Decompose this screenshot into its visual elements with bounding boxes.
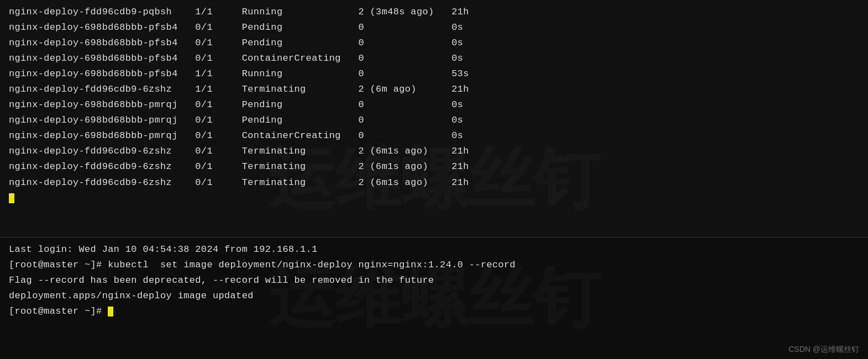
line-6: nginx-deploy-fdd96cdb9-6zshz 1/1 Termina… <box>9 82 859 97</box>
terminal-container: 运维螺丝钉 nginx-deploy-fdd96cdb9-pqbsh 1/1 R… <box>0 0 868 359</box>
line-8: nginx-deploy-698bd68bbb-pmrqj 0/1 Pendin… <box>9 113 859 128</box>
line-7: nginx-deploy-698bd68bbb-pmrqj 0/1 Pendin… <box>9 97 859 113</box>
line-1: nginx-deploy-fdd96cdb9-pqbsh 1/1 Running… <box>9 4 859 20</box>
image-updated: deployment.apps/nginx-deploy image updat… <box>9 288 859 304</box>
line-12: nginx-deploy-fdd96cdb9-6zshz 0/1 Termina… <box>9 175 859 191</box>
bottom-pane-content: Last login: Wed Jan 10 04:54:38 2024 fro… <box>9 242 859 319</box>
prompt-line: [root@master ~]# <box>9 304 859 319</box>
login-line: Last login: Wed Jan 10 04:54:38 2024 fro… <box>9 242 859 257</box>
cursor-line[interactable] <box>9 191 859 206</box>
line-11: nginx-deploy-fdd96cdb9-6zshz 0/1 Termina… <box>9 159 859 175</box>
bottom-pane[interactable]: 运维螺丝钉 Last login: Wed Jan 10 04:54:38 20… <box>0 237 868 359</box>
csdn-label: CSDN @运维螺丝钉 <box>788 345 859 355</box>
top-pane: 运维螺丝钉 nginx-deploy-fdd96cdb9-pqbsh 1/1 R… <box>0 0 868 237</box>
top-pane-content: nginx-deploy-fdd96cdb9-pqbsh 1/1 Running… <box>9 4 859 206</box>
command-line: [root@master ~]# kubectl set image deplo… <box>9 257 859 273</box>
line-10: nginx-deploy-fdd96cdb9-6zshz 0/1 Termina… <box>9 144 859 159</box>
line-4: nginx-deploy-698bd68bbb-pfsb4 0/1 Contai… <box>9 51 859 66</box>
line-3: nginx-deploy-698bd68bbb-pfsb4 0/1 Pendin… <box>9 35 859 51</box>
line-5: nginx-deploy-698bd68bbb-pfsb4 1/1 Runnin… <box>9 66 859 82</box>
line-2: nginx-deploy-698bd68bbb-pfsb4 0/1 Pendin… <box>9 20 859 35</box>
input-cursor[interactable] <box>108 307 113 316</box>
terminal-cursor <box>9 193 14 203</box>
line-9: nginx-deploy-698bd68bbb-pmrqj 0/1 Contai… <box>9 128 859 144</box>
flag-warning: Flag --record has been deprecated, --rec… <box>9 273 859 288</box>
